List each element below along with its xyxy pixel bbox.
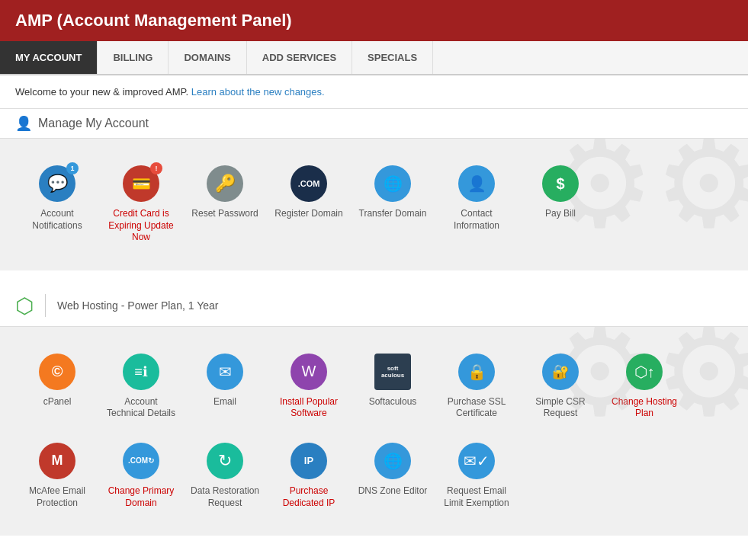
nav-specials[interactable]: SPECIALS [352,41,433,74]
hosting-actions-grid: ⚙⚙ © cPanel ≡ℹ Account Technical Details… [0,327,748,536]
hosting-action-data-restore[interactable]: ↻ Data Restoration Request [183,431,267,520]
mcafee-icon: M [39,443,75,479]
dns-icon: 🌐 [374,443,411,479]
manage-section-header: 👤 Manage My Account [0,108,748,139]
register-domain-label: Register Domain [274,208,342,220]
hosting-action-email[interactable]: ✉ Email [183,342,267,431]
hosting-action-change-plan[interactable]: ⬡↑ Change Hosting Plan [602,342,686,431]
hosting-action-mcafee[interactable]: M McAfee Email Protection [15,431,99,520]
tech-details-label: Account Technical Details [105,396,177,420]
manage-title: Manage My Account [38,117,149,130]
ssl-label: Purchase SSL Certificate [441,396,512,420]
register-domain-icon: .COM [291,165,327,202]
notification-badge: 1 [66,162,79,174]
install-software-label: Install Popular Software [273,396,345,420]
quick-action-credit-card[interactable]: 💳 ! Credit Card is Expiring Update Now [99,154,183,255]
quick-actions-items: 💬 1 Account Notifications 💳 ! Credit Car… [15,154,733,255]
nav-add-services[interactable]: ADD SERVICES [247,41,352,74]
hosting-action-ssl[interactable]: 🔒 Purchase SSL Certificate [435,342,518,431]
pay-bill-icon: $ [542,165,579,202]
csr-label: Simple CSR Request [525,396,596,420]
quick-actions-grid: ⚙⚙ 💬 1 Account Notifications 💳 ! Credit … [0,139,748,270]
change-domain-icon: .COM↻ [123,443,159,479]
cpanel-icon: © [39,354,75,390]
credit-card-badge: ! [150,162,162,174]
dns-label: DNS Zone Editor [358,485,428,498]
quick-action-contact-information[interactable]: 👤 Contact Information [435,154,518,255]
quick-action-pay-bill[interactable]: $ Pay Bill [518,154,602,255]
account-notifications-label: Account Notifications [21,208,93,232]
quick-action-register-domain[interactable]: .COM Register Domain [267,154,351,255]
cube-icon: ⬡ [15,293,34,318]
hosting-action-install-software[interactable]: W Install Popular Software [267,342,351,431]
hosting-action-cpanel[interactable]: © cPanel [15,342,99,431]
change-domain-label: Change Primary Domain [105,485,177,509]
data-restore-icon: ↻ [207,443,243,479]
email-limit-label: Request Email Limit Exemption [441,485,512,509]
main-nav: MY ACCOUNT BILLING DOMAINS ADD SERVICES … [0,41,748,75]
row-divider [45,294,46,317]
quick-action-reset-password[interactable]: 🔑 Reset Password [183,154,267,255]
change-plan-label: Change Hosting Plan [608,396,680,420]
change-plan-icon: ⬡↑ [626,354,663,390]
contact-information-label: Contact Information [441,208,512,232]
welcome-text: Welcome to your new & improved AMP. [15,86,188,98]
hosting-action-items: © cPanel ≡ℹ Account Technical Details ✉ … [15,342,733,520]
manage-icon: 👤 [15,115,32,132]
softaculous-icon: softaculous [374,354,411,390]
quick-actions-panel: ⚙⚙ 💬 1 Account Notifications 💳 ! Credit … [0,139,748,286]
hosting-plan-name: Web Hosting - Power Plan, 1 Year [57,299,218,312]
transfer-domain-label: Transfer Domain [359,208,427,220]
hosting-action-csr[interactable]: 🔐 Simple CSR Request [518,342,602,431]
email-limit-icon: ✉✓ [458,443,495,479]
hosting-plan-row: ⬡ Web Hosting - Power Plan, 1 Year [0,286,748,327]
install-software-icon: W [291,354,327,390]
nav-domains[interactable]: DOMAINS [169,41,246,74]
mcafee-label: McAfee Email Protection [21,485,93,509]
nav-my-account[interactable]: MY ACCOUNT [0,41,98,74]
dedicated-ip-label: Purchase Dedicated IP [273,485,345,509]
transfer-domain-icon: 🌐 [374,165,411,202]
hosting-action-dns[interactable]: 🌐 DNS Zone Editor [351,431,435,520]
email-icon: ✉ [207,354,243,390]
app-title: AMP (Account Management Panel) [15,11,733,30]
hosting-action-tech-details[interactable]: ≡ℹ Account Technical Details [99,342,183,431]
credit-card-label: Credit Card is Expiring Update Now [105,208,177,244]
softaculous-label: Softaculous [369,396,417,408]
data-restore-label: Data Restoration Request [189,485,261,509]
quick-action-account-notifications[interactable]: 💬 1 Account Notifications [15,154,99,255]
welcome-bar: Welcome to your new & improved AMP. Lear… [0,75,748,108]
welcome-link[interactable]: Learn about the new changes. [191,86,325,98]
tech-details-icon: ≡ℹ [123,354,159,390]
contact-information-icon: 👤 [458,165,495,202]
email-label: Email [213,396,236,408]
hosting-action-softaculous[interactable]: softaculous Softaculous [351,342,435,431]
quick-action-transfer-domain[interactable]: 🌐 Transfer Domain [351,154,435,255]
hosting-action-email-limit[interactable]: ✉✓ Request Email Limit Exemption [435,431,518,520]
reset-password-label: Reset Password [191,208,258,220]
pay-bill-label: Pay Bill [545,208,576,220]
app-header: AMP (Account Management Panel) [0,0,748,41]
ssl-icon: 🔒 [458,354,495,390]
reset-password-icon: 🔑 [207,165,243,202]
csr-icon: 🔐 [542,354,579,390]
hosting-action-change-domain[interactable]: .COM↻ Change Primary Domain [99,431,183,520]
hosting-actions-panel: ⚙⚙ © cPanel ≡ℹ Account Technical Details… [0,327,748,551]
dedicated-ip-icon: IP [291,443,327,479]
cpanel-label: cPanel [43,396,72,408]
nav-billing[interactable]: BILLING [98,41,169,74]
hosting-action-dedicated-ip[interactable]: IP Purchase Dedicated IP [267,431,351,520]
